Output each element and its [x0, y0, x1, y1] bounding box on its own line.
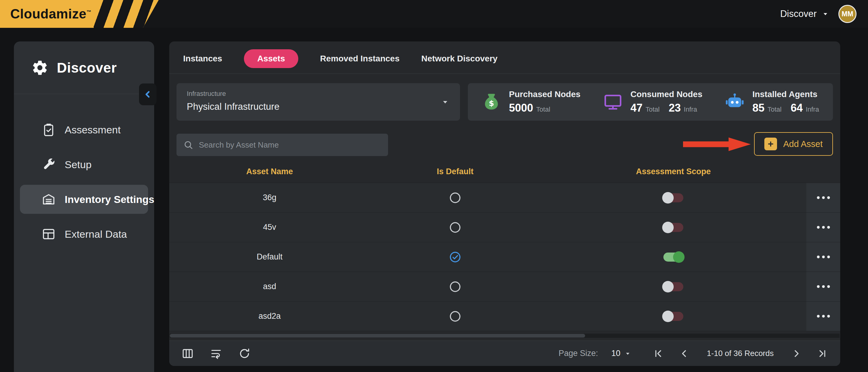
row-actions-cell: [806, 272, 840, 301]
asset-name-cell: 45v: [169, 212, 370, 242]
sidebar-header: Discover: [14, 41, 154, 94]
assessment-scope-cell: [540, 212, 806, 242]
scrollbar-thumb[interactable]: [170, 334, 585, 338]
row-menu-button[interactable]: [813, 282, 834, 291]
row-menu-button[interactable]: [813, 193, 834, 203]
infrastructure-select-label: Infrastructure: [187, 90, 450, 98]
radio-icon[interactable]: [449, 221, 462, 234]
column-settings-button[interactable]: [181, 347, 194, 360]
product-switcher[interactable]: Discover: [780, 8, 829, 19]
avatar[interactable]: MM: [838, 5, 857, 23]
table-row: 45v: [169, 212, 840, 242]
tab-network-discovery[interactable]: Network Discovery: [421, 49, 497, 68]
assessment-scope-toggle[interactable]: [663, 253, 683, 262]
sidebar-item-setup[interactable]: Setup: [20, 150, 148, 179]
column-header-assessment-scope[interactable]: Assessment Scope: [540, 167, 806, 176]
cloudamize-logo[interactable]: Cloudamize™: [0, 0, 159, 28]
search-icon: [183, 140, 193, 150]
product-switcher-label: Discover: [780, 8, 817, 19]
sidebar-title: Discover: [57, 60, 117, 76]
column-header-is-default[interactable]: Is Default: [370, 167, 540, 176]
toggle-knob: [662, 311, 674, 322]
tab-removed-instances[interactable]: Removed Instances: [320, 49, 400, 68]
toggle-knob: [673, 251, 685, 263]
assessment-scope-cell: [540, 272, 806, 301]
chevron-down-icon: [822, 10, 829, 18]
refresh-button[interactable]: [238, 347, 251, 360]
page-size-select[interactable]: 10: [612, 349, 631, 358]
radio-icon[interactable]: [449, 280, 462, 293]
check-circle-icon[interactable]: [449, 251, 462, 263]
columns-icon: [181, 347, 194, 360]
last-page-icon: [817, 348, 828, 359]
chevron-left-icon: [142, 88, 154, 101]
column-header-asset-name[interactable]: Asset Name: [169, 167, 370, 176]
row-menu-button[interactable]: [813, 222, 834, 232]
stat-purchased-nodes: $Purchased Nodes5000Total: [482, 89, 581, 114]
search-box: [177, 134, 388, 156]
table-row: 36g: [169, 183, 840, 212]
assessment-icon: [42, 123, 56, 137]
infrastructure-select[interactable]: Infrastructure Physical Infrastructure: [177, 83, 460, 121]
is-default-cell: [370, 272, 540, 301]
refresh-icon: [238, 347, 251, 360]
first-page-button[interactable]: [652, 348, 664, 359]
table-row: asd2a: [169, 302, 840, 331]
main-panel: InstancesAssetsRemoved InstancesNetwork …: [169, 41, 840, 366]
chevron-down-icon: [624, 350, 631, 357]
records-range-text: 1-10 of 36 Records: [707, 349, 774, 358]
sidebar-item-assessment[interactable]: Assessment: [20, 115, 148, 144]
previous-page-button[interactable]: [679, 348, 690, 359]
is-default-cell: [370, 183, 540, 212]
assessment-scope-toggle[interactable]: [663, 223, 683, 232]
stats-panel: $Purchased Nodes5000TotalConsumed Nodes4…: [468, 83, 833, 121]
asset-name-cell: asd: [169, 272, 370, 301]
horizontal-scrollbar[interactable]: [170, 334, 840, 338]
row-menu-button[interactable]: [813, 311, 834, 321]
trademark-symbol: ™: [87, 9, 92, 15]
infrastructure-select-value: Physical Infrastructure: [187, 101, 450, 112]
svg-text:$: $: [489, 98, 494, 108]
row-actions-cell: [806, 242, 840, 271]
toggle-knob: [662, 222, 674, 233]
sidebar-item-inventory-settings[interactable]: Inventory Settings: [20, 185, 148, 214]
assessment-scope-toggle[interactable]: [663, 193, 683, 202]
text-wrap-button[interactable]: [210, 347, 222, 360]
assessment-scope-toggle[interactable]: [663, 312, 683, 321]
row-menu-button[interactable]: [813, 252, 834, 262]
sidebar-item-external-data[interactable]: External Data: [20, 220, 148, 249]
tab-assets[interactable]: Assets: [244, 49, 298, 68]
toggle-knob: [662, 281, 674, 292]
search-input[interactable]: [199, 140, 381, 150]
setup-icon: [42, 158, 56, 171]
monitor-icon: [603, 92, 623, 112]
text-wrap-icon: [210, 347, 222, 360]
chevron-right-icon: [790, 348, 802, 359]
row-actions-cell: [806, 183, 840, 212]
plus-icon: [764, 138, 777, 150]
row-actions-cell: [806, 302, 840, 331]
next-page-button[interactable]: [790, 348, 802, 359]
gear-icon: [31, 59, 49, 76]
tab-instances[interactable]: Instances: [183, 49, 222, 68]
sidebar: Discover AssessmentSetupInventory Settin…: [14, 41, 154, 372]
radio-icon[interactable]: [449, 310, 462, 323]
toggle-knob: [662, 192, 674, 204]
row-actions-cell: [806, 212, 840, 242]
table-footer: Page Size: 10 1-10 of 36 Rec: [169, 341, 840, 366]
last-page-button[interactable]: [817, 348, 828, 359]
assessment-scope-cell: [540, 183, 806, 212]
asset-name-cell: 36g: [169, 183, 370, 212]
assessment-scope-cell: [540, 242, 806, 271]
is-default-cell: [370, 212, 540, 242]
sidebar-collapse-button[interactable]: [139, 84, 157, 105]
table-row: asd: [169, 272, 840, 302]
stat-installed-agents: Installed Agents85Total64Infra: [725, 89, 819, 114]
add-asset-button[interactable]: Add Asset: [754, 132, 833, 156]
assessment-scope-toggle[interactable]: [663, 282, 683, 291]
chevron-left-icon: [679, 348, 690, 359]
logo-stripes-decoration: [94, 0, 159, 28]
external-data-icon: [42, 227, 56, 241]
money-bag-icon: $: [482, 92, 501, 112]
radio-icon[interactable]: [449, 192, 462, 204]
